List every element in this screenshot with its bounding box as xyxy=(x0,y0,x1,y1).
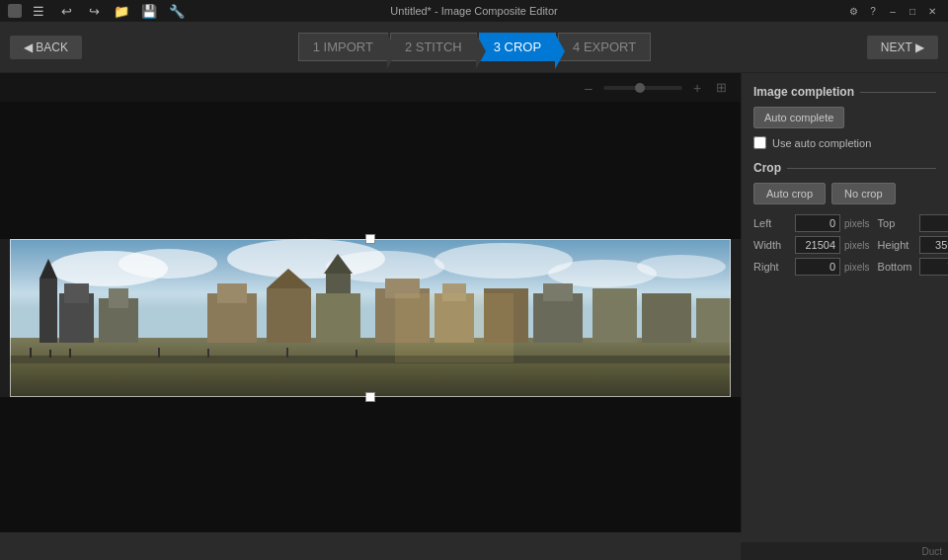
svg-rect-37 xyxy=(207,349,209,358)
right-input[interactable] xyxy=(795,258,840,276)
auto-completion-row: Use auto completion xyxy=(753,136,936,149)
help-button[interactable]: ? xyxy=(865,3,881,19)
zoom-fit-button[interactable]: ⊞ xyxy=(712,78,731,97)
top-label: Top xyxy=(878,217,915,229)
svg-rect-33 xyxy=(30,348,32,358)
step-export[interactable]: 4 EXPORT xyxy=(558,33,651,61)
svg-rect-9 xyxy=(40,279,57,343)
left-input[interactable] xyxy=(795,214,840,232)
step-import[interactable]: 1 IMPORT xyxy=(298,33,388,61)
main-content: – + ⊞ xyxy=(0,73,948,532)
height-input[interactable] xyxy=(919,236,948,254)
crop-overlay-bottom xyxy=(0,397,741,533)
crop-section: Auto crop No crop Left pixels Top pixels xyxy=(753,183,936,276)
bottom-input[interactable] xyxy=(919,258,948,276)
left-unit: pixels xyxy=(844,218,870,229)
zoom-out-button[interactable]: – xyxy=(580,79,597,97)
close-button[interactable]: ✕ xyxy=(924,3,940,19)
crop-height-row: Height pixels xyxy=(878,236,948,254)
width-input[interactable] xyxy=(795,236,840,254)
svg-rect-32 xyxy=(10,356,731,363)
right-label: Right xyxy=(753,261,791,273)
zoom-in-button[interactable]: + xyxy=(688,79,706,97)
auto-complete-button[interactable]: Auto complete xyxy=(753,107,844,128)
use-auto-completion-label[interactable]: Use auto completion xyxy=(772,137,871,149)
width-unit: pixels xyxy=(844,240,870,251)
svg-rect-12 xyxy=(64,283,89,303)
zoom-slider[interactable] xyxy=(603,86,682,90)
crop-top-row: Top pixels xyxy=(878,214,948,232)
bottom-label: Bottom xyxy=(878,261,915,273)
height-label: Height xyxy=(878,239,915,251)
step-stitch[interactable]: 2 STITCH xyxy=(390,33,477,61)
no-crop-button[interactable]: No crop xyxy=(831,183,896,204)
width-label: Width xyxy=(753,239,791,251)
svg-rect-35 xyxy=(69,349,71,358)
window-controls: ⚙ ? – □ ✕ xyxy=(845,3,940,19)
toolbar-icon-5[interactable]: 💾 xyxy=(138,0,160,22)
crop-title: Crop xyxy=(753,161,936,175)
steps: 1 IMPORT 2 STITCH 3 CROP 4 EXPORT xyxy=(298,33,651,61)
next-button[interactable]: NEXT ▶ xyxy=(867,36,938,59)
panorama-image xyxy=(10,239,731,397)
auto-crop-button[interactable]: Auto crop xyxy=(753,183,826,204)
right-panel: Image completion Auto complete Use auto … xyxy=(741,73,948,532)
zoom-thumb[interactable] xyxy=(635,83,645,93)
navbar: ◀ BACK 1 IMPORT 2 STITCH 3 CROP 4 EXPORT… xyxy=(0,22,948,73)
crop-btn-row: Auto crop No crop xyxy=(753,183,936,204)
panorama-container xyxy=(10,239,731,397)
right-unit: pixels xyxy=(844,262,870,273)
svg-rect-31 xyxy=(696,298,731,343)
svg-point-3 xyxy=(118,249,217,279)
crop-bottom-handle[interactable] xyxy=(365,392,375,402)
crop-width-row: Width pixels xyxy=(753,236,870,254)
svg-rect-1 xyxy=(10,338,731,397)
svg-rect-39 xyxy=(356,350,357,358)
toolbar-icon-4[interactable]: 📁 xyxy=(111,0,132,22)
svg-rect-38 xyxy=(286,348,288,358)
crop-right-row: Right pixels xyxy=(753,258,870,276)
top-input[interactable] xyxy=(919,214,948,232)
svg-rect-36 xyxy=(158,348,160,358)
zoom-bar: – + ⊞ xyxy=(0,73,741,103)
svg-rect-40 xyxy=(395,293,514,362)
svg-rect-30 xyxy=(642,293,691,343)
minimize-button[interactable]: – xyxy=(885,3,901,19)
crop-top-handle[interactable] xyxy=(365,234,375,244)
svg-rect-34 xyxy=(49,350,51,358)
canvas-area: – + ⊞ xyxy=(0,73,741,532)
crop-bottom-row: Bottom pixels xyxy=(878,258,948,276)
panorama-svg xyxy=(10,239,731,397)
app-icon xyxy=(8,4,22,18)
titlebar-left: ☰ ↩ ↪ 📁 💾 🔧 xyxy=(8,0,188,22)
svg-point-8 xyxy=(637,255,726,279)
window-title: Untitled* - Image Composite Editor xyxy=(390,5,557,17)
svg-rect-21 xyxy=(316,293,360,343)
left-label: Left xyxy=(753,217,791,229)
svg-rect-28 xyxy=(543,283,573,301)
crop-left-row: Left pixels xyxy=(753,214,870,232)
crop-fields: Left pixels Top pixels Width pixels xyxy=(753,214,936,276)
titlebar: ☰ ↩ ↪ 📁 💾 🔧 Untitled* - Image Composite … xyxy=(0,0,948,22)
toolbar-icon-2[interactable]: ↩ xyxy=(55,0,77,22)
svg-rect-29 xyxy=(592,288,637,343)
svg-rect-17 xyxy=(267,288,311,343)
svg-rect-16 xyxy=(217,283,247,303)
maximize-button[interactable]: □ xyxy=(905,3,920,19)
toolbar-icon-6[interactable]: 🔧 xyxy=(166,0,188,22)
image-viewport xyxy=(0,103,741,532)
toolbar-icon-1[interactable]: ☰ xyxy=(28,0,49,22)
back-button[interactable]: ◀ BACK xyxy=(10,36,82,59)
toolbar-icon-3[interactable]: ↪ xyxy=(83,0,105,22)
step-crop[interactable]: 3 CROP xyxy=(479,33,556,61)
use-auto-completion-checkbox[interactable] xyxy=(753,136,766,149)
image-completion-title: Image completion xyxy=(753,85,936,99)
svg-rect-14 xyxy=(109,288,128,308)
settings-button[interactable]: ⚙ xyxy=(845,3,861,19)
